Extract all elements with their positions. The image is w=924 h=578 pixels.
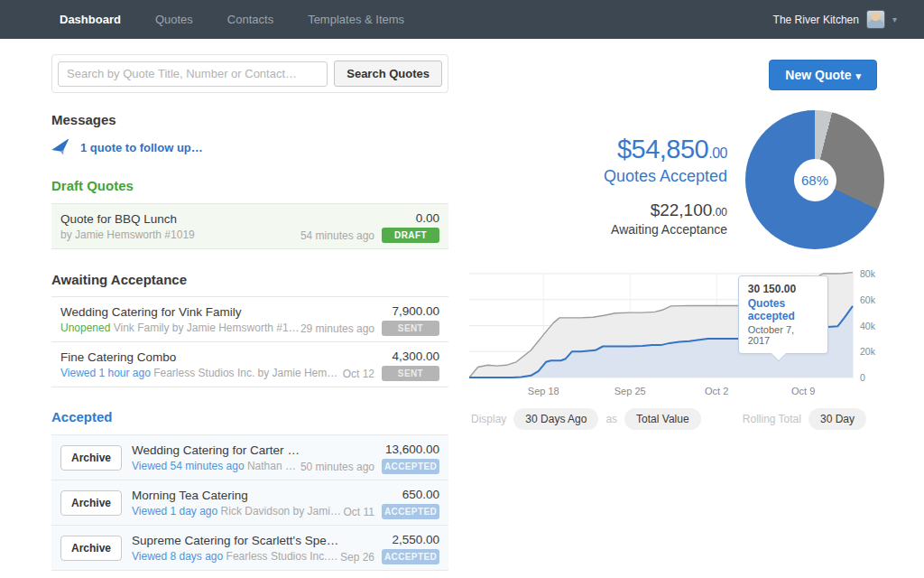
nav-item-quotes[interactable]: Quotes	[155, 13, 193, 26]
quote-amount: 2,550.00	[392, 531, 439, 548]
display-label: Display	[471, 413, 506, 425]
quote-row-awaiting[interactable]: Wedding Catering for Vink Family Unopene…	[51, 296, 448, 341]
quote-title: Wedding Catering for Vink Family	[60, 303, 300, 321]
trend-chart: 020k40k60k80kSep 18Sep 25Oct 2Oct 9 30 1…	[469, 265, 884, 400]
quote-meta: Vink Family by Jamie Hemsworth #1018	[110, 322, 300, 334]
quote-row-accepted[interactable]: Archive Supreme Catering for Scarlett's …	[51, 525, 448, 570]
quote-title: Fine Catering Combo	[60, 349, 343, 366]
quote-date: Sep 26	[340, 551, 374, 564]
nav-item-contacts[interactable]: Contacts	[227, 13, 273, 26]
chevron-down-icon: ▾	[892, 14, 897, 24]
quote-date: Oct 11	[344, 506, 374, 518]
new-quote-button[interactable]: New Quote▾	[769, 60, 877, 90]
svg-text:Oct 2: Oct 2	[705, 386, 728, 396]
svg-text:Oct 9: Oct 9	[791, 386, 815, 396]
quote-row-draft[interactable]: Quote for BBQ Lunch by Jamie Hemsworth #…	[51, 203, 448, 249]
archive-button[interactable]: Archive	[60, 490, 122, 516]
status-badge: DRAFT	[382, 228, 439, 243]
status-badge: SENT	[382, 366, 439, 381]
search-quotes-button[interactable]: Search Quotes	[334, 61, 442, 87]
archive-button[interactable]: Archive	[60, 536, 122, 561]
top-nav: Dashboard Quotes Contacts Templates & It…	[0, 0, 924, 39]
quote-date: 54 minutes ago	[300, 229, 374, 242]
quote-row-accepted[interactable]: Archive Morning Tea Catering Viewed 1 da…	[51, 480, 448, 525]
quote-amount: 4,300.00	[392, 348, 439, 365]
account-name: The River Kitchen	[773, 14, 859, 26]
archive-button[interactable]: Archive	[60, 445, 122, 471]
quote-status-viewed[interactable]: Viewed 54 minutes ago	[132, 460, 245, 472]
quote-row-awaiting[interactable]: Fine Catering Combo Viewed 1 hour ago Fe…	[51, 341, 448, 387]
as-label: as	[605, 413, 617, 425]
svg-text:60k: 60k	[860, 294, 876, 305]
quote-search-form: Search Quotes	[51, 54, 448, 93]
accepted-total: $54,850.00	[469, 135, 727, 164]
status-badge: SENT	[382, 321, 439, 336]
nav-item-templates-items[interactable]: Templates & Items	[308, 13, 404, 26]
range-selector[interactable]: 30 Days Ago	[513, 408, 598, 430]
accepted-total-label: Quotes Accepted	[469, 167, 727, 186]
quote-title: Quote for BBQ Lunch	[60, 210, 300, 228]
rolling-total-selector[interactable]: 30 Day	[808, 408, 866, 430]
svg-text:40k: 40k	[860, 321, 876, 331]
tooltip-series: Quotes accepted	[748, 297, 818, 322]
search-input[interactable]	[58, 61, 328, 87]
svg-text:20k: 20k	[860, 346, 876, 357]
quote-meta: Fearless Studios Inc. by Jamie Hemsworth…	[151, 367, 343, 379]
chart-controls: Display 30 Days Ago as Total Value Rolli…	[469, 408, 884, 430]
svg-text:80k: 80k	[860, 268, 876, 279]
donut-chart: 68%	[745, 110, 884, 249]
draft-quotes-heading: Draft Quotes	[51, 178, 448, 193]
quote-date: 29 minutes ago	[300, 322, 374, 335]
quote-title: Supreme Catering for Scarlett's Special …	[132, 532, 340, 549]
svg-text:Sep 18: Sep 18	[528, 386, 559, 396]
followup-label: 1 quote to follow up…	[80, 141, 203, 154]
quote-amount: 0.00	[416, 210, 439, 227]
status-badge: ACCEPTED	[382, 549, 439, 564]
tooltip-value: 30 150.00	[748, 283, 818, 295]
quote-status-viewed[interactable]: Viewed 1 day ago	[132, 505, 217, 517]
quote-title: Morning Tea Catering	[132, 487, 344, 504]
quote-status-viewed[interactable]: Viewed 1 hour ago	[60, 367, 151, 379]
account-menu[interactable]: The River Kitchen ▾	[773, 10, 897, 29]
avatar	[866, 10, 885, 29]
status-badge: ACCEPTED	[382, 459, 439, 474]
chevron-down-icon: ▾	[855, 70, 861, 81]
quote-row-accepted[interactable]: Archive Wedding Catering for Carter Fami…	[51, 435, 448, 480]
quote-title: Wedding Catering for Carter Family	[132, 442, 300, 459]
quote-meta: Nathan Carter by Jamie Hemswo…	[245, 460, 300, 472]
quote-meta: by Jamie Hemsworth #1019	[60, 228, 300, 243]
svg-text:Sep 25: Sep 25	[614, 386, 646, 396]
awaiting-total: $22,100.00	[469, 200, 727, 220]
paper-plane-icon	[51, 139, 71, 156]
tooltip-date: October 7, 2017	[748, 324, 818, 346]
quote-amount: 650.00	[402, 486, 439, 503]
donut-percentage: 68%	[801, 172, 828, 188]
svg-text:0: 0	[860, 372, 865, 383]
messages-heading: Messages	[51, 112, 448, 127]
quote-amount: 7,900.00	[392, 303, 439, 320]
quote-status-viewed[interactable]: Viewed 8 days ago	[132, 550, 223, 563]
rolling-total-label: Rolling Total	[743, 413, 801, 425]
accepted-heading: Accepted	[51, 409, 448, 424]
quote-meta: Fearless Studios Inc. by Jamie Hemsworth…	[223, 550, 340, 563]
quote-date: Oct 12	[343, 368, 374, 380]
metric-selector[interactable]: Total Value	[624, 408, 700, 430]
followup-link[interactable]: 1 quote to follow up…	[51, 139, 448, 156]
quote-status-unopened: Unopened	[60, 322, 110, 334]
quote-amount: 13,600.00	[385, 441, 439, 458]
quote-meta: Rick Davidson by Jamie Hemsworth #1014	[217, 505, 343, 517]
awaiting-acceptance-heading: Awaiting Acceptance	[51, 272, 448, 287]
nav-item-dashboard[interactable]: Dashboard	[60, 13, 121, 26]
awaiting-total-label: Awaiting Acceptance	[469, 222, 727, 237]
stats-summary: $54,850.00 Quotes Accepted $22,100.00 Aw…	[469, 110, 884, 249]
status-badge: ACCEPTED	[382, 504, 439, 519]
chart-tooltip: 30 150.00 Quotes accepted October 7, 201…	[738, 275, 828, 354]
quote-date: 50 minutes ago	[300, 461, 374, 473]
